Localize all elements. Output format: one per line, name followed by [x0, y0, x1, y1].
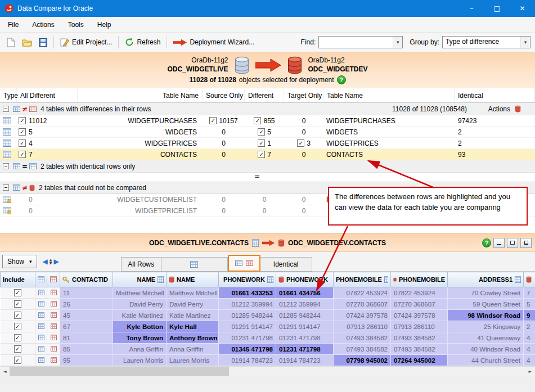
next-difference-button[interactable]: ▶ — [53, 258, 59, 265]
cell-address1-source[interactable]: 59 Queen Street — [448, 299, 524, 310]
column-header-name-source[interactable]: NAME — [113, 272, 167, 287]
view-target-row-icon[interactable] — [47, 310, 60, 321]
save-project-button[interactable] — [35, 36, 51, 49]
cell-phonework-source[interactable]: 01212 359994 — [219, 299, 276, 310]
cell-name-source[interactable]: Katie Martinez — [113, 310, 167, 321]
column-header-table-name-source[interactable]: Table Name — [78, 88, 203, 102]
dropdown-arrow-icon[interactable]: ▾ — [520, 37, 530, 48]
column-header-include[interactable]: Include — [1, 272, 35, 287]
data-row[interactable]: ✓ 95 Lauren Morris Lauren Morris 01914 7… — [1, 355, 535, 366]
column-header-address1-source[interactable]: ADDRESS1 — [448, 272, 524, 287]
different-checkbox[interactable]: ✓ — [258, 151, 265, 158]
data-row[interactable]: ✓ 67 Kyle Botton Kyle Hall 01291 914147 … — [1, 321, 535, 332]
view-source-row-icon[interactable] — [35, 310, 47, 321]
cell-name-target[interactable]: Matthew Mitchell — [167, 287, 219, 299]
cell-phonemobile-target[interactable]: 07270 368607 — [391, 299, 448, 310]
minimize-button[interactable]: – — [459, 0, 484, 17]
help-icon[interactable]: ? — [337, 75, 346, 84]
cell-contactid[interactable]: 45 — [60, 310, 113, 321]
cell-phonemobile-target[interactable]: 07424 397578 — [391, 310, 448, 321]
column-header-all-different[interactable]: All Different — [17, 88, 78, 102]
view-target-row-icon[interactable] — [47, 299, 60, 310]
dropdown-arrow-icon[interactable]: ▾ — [393, 37, 402, 48]
comparison-row[interactable]: ✓4 WIDGETPRICES ✓0 ✓1 ✓3 WIDGETPRICES 2 — [0, 138, 535, 149]
comparison-row[interactable]: ✓11012 WIDGETPURCHASES ✓10157 ✓855 ✓0 WI… — [0, 115, 535, 127]
column-header-phonework-target[interactable]: PHONEWORK — [276, 272, 334, 287]
panel-restore-button[interactable] — [507, 238, 518, 248]
view-source-row-icon[interactable] — [35, 332, 47, 344]
column-header-contactid[interactable]: CONTACTID — [60, 272, 113, 287]
include-row-checkbox[interactable]: ✓ — [14, 323, 21, 330]
column-header-target-only[interactable]: Target Only — [284, 88, 323, 102]
collapse-expander-icon[interactable] — [3, 163, 9, 169]
tab-different-rows[interactable] — [161, 257, 228, 272]
open-project-button[interactable] — [19, 36, 35, 49]
down-arrow-icon[interactable]: ▼ — [50, 262, 52, 265]
cell-name-source[interactable]: Matthew Mitchell — [113, 287, 167, 299]
view-source-row-icon[interactable] — [35, 355, 47, 366]
cell-address1-target-partial[interactable]: 4 — [524, 355, 535, 366]
cell-name-source[interactable]: Lauren Morris — [113, 355, 167, 366]
cell-phonework-target[interactable]: 01212 359994 — [276, 299, 334, 310]
cell-phonework-target[interactable]: 01231 471798 — [276, 332, 334, 344]
column-header-phonemobile-target[interactable]: PHONEMOBILE — [391, 272, 448, 287]
cell-phonemobile-source[interactable]: 07822 453924 — [334, 287, 391, 299]
cell-contactid[interactable]: 95 — [60, 355, 113, 366]
cell-address1-target-partial[interactable]: 9 — [524, 310, 535, 321]
include-row-checkbox[interactable]: ✓ — [14, 334, 21, 341]
different-checkbox[interactable]: ✓ — [254, 117, 261, 124]
cell-name-target[interactable]: Kyle Hall — [167, 321, 219, 332]
scrollbar-thumb[interactable] — [10, 367, 229, 376]
cell-phonework-source[interactable]: 01285 948244 — [219, 310, 276, 321]
cell-address1-source[interactable]: 25 Kingsway — [448, 321, 524, 332]
different-checkbox[interactable]: ✓ — [258, 139, 265, 147]
cell-phonemobile-source[interactable]: 07493 384582 — [334, 332, 391, 344]
column-header-source-only[interactable]: Source Only — [203, 88, 245, 102]
cell-address1-target-partial[interactable]: 2 — [524, 321, 535, 332]
cell-phonework-source[interactable]: 01661 433253 — [219, 287, 276, 299]
tab-side-by-side-selected[interactable] — [228, 255, 260, 272]
find-input[interactable]: ▾ — [318, 36, 403, 48]
help-icon[interactable]: ? — [482, 238, 491, 247]
menu-file[interactable]: File — [1, 18, 25, 31]
cell-phonemobile-source[interactable]: 07424 397578 — [334, 310, 391, 321]
column-header-type[interactable]: Type — [0, 88, 17, 102]
collapse-expander-icon[interactable] — [3, 106, 9, 112]
column-header-address1-target-partial[interactable] — [524, 272, 535, 287]
cell-phonemobile-target[interactable]: 07493 384582 — [391, 332, 448, 344]
cell-name-target[interactable]: Katie Martinez — [167, 310, 219, 321]
column-header-source-view-icon[interactable] — [35, 272, 47, 287]
panel-minimize-button[interactable] — [493, 238, 505, 248]
cell-address1-target-partial[interactable]: 7 — [524, 287, 535, 299]
row-include-checkbox[interactable]: ✓ — [19, 128, 26, 136]
column-header-identical[interactable]: Identical — [455, 88, 535, 102]
target-only-checkbox[interactable]: ✓ — [297, 139, 304, 147]
previous-difference-button[interactable]: ◀ — [43, 258, 48, 265]
cell-contactid[interactable]: 85 — [60, 344, 113, 355]
cell-phonework-target[interactable]: 01661 434756 — [276, 287, 334, 299]
close-button[interactable]: ✕ — [510, 0, 535, 17]
cell-address1-target-partial[interactable]: 5 — [524, 299, 535, 310]
cell-name-target[interactable]: Anthony Brown — [167, 332, 219, 344]
actions-label[interactable]: Actions — [488, 105, 510, 113]
row-include-checkbox[interactable]: ✓ — [19, 151, 26, 158]
actions-icon[interactable] — [514, 105, 521, 112]
comparison-row[interactable]: ✓7 CONTACTS ✓0 ✓7 ✓0 CONTACTS 93 — [0, 149, 535, 160]
refresh-button[interactable]: Refresh — [122, 35, 164, 49]
scroll-right-button[interactable]: ► — [525, 367, 535, 376]
row-include-checkbox[interactable]: ✓ — [19, 139, 26, 147]
cell-name-source[interactable]: Anna Griffin — [113, 344, 167, 355]
edit-project-button[interactable]: Edit Project... — [57, 35, 115, 49]
row-include-checkbox[interactable]: ✓ — [19, 117, 26, 124]
view-source-row-icon[interactable] — [35, 287, 47, 299]
comparison-row[interactable]: ✓5 WIDGETS ✓0 ✓5 ✓0 WIDGETS 2 — [0, 127, 535, 138]
column-header-target-view-icon[interactable] — [47, 272, 60, 287]
column-header-different[interactable]: Different — [245, 88, 284, 102]
cell-phonework-source[interactable]: 01345 471798 — [219, 344, 276, 355]
cell-address1-source[interactable]: 70 Cowley Street — [448, 287, 524, 299]
data-row[interactable]: ✓ 45 Katie Martinez Katie Martinez 01285… — [1, 310, 535, 321]
include-row-checkbox[interactable]: ✓ — [14, 289, 21, 296]
column-header-name-target[interactable]: NAME — [167, 272, 219, 287]
cell-phonemobile-source[interactable]: 07798 945002 — [334, 355, 391, 366]
view-source-row-icon[interactable] — [35, 344, 47, 355]
